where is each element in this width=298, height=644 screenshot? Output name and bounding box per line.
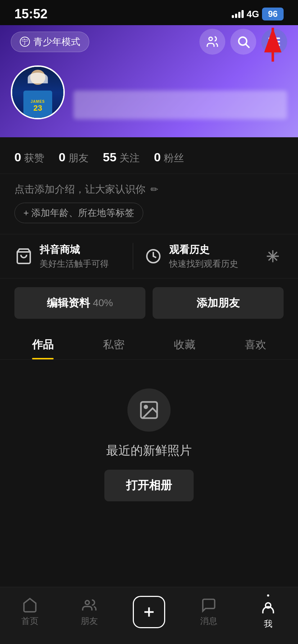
- youth-icon: 宁: [20, 37, 30, 47]
- search-icon-btn[interactable]: [230, 29, 256, 55]
- add-friend-btn[interactable]: 添加朋友: [153, 287, 284, 319]
- nav-friends-label: 朋友: [81, 615, 98, 627]
- edit-profile-btn[interactable]: 编辑资料 40%: [14, 287, 145, 319]
- nav-me-dot: [267, 594, 269, 597]
- open-album-btn[interactable]: 打开相册: [104, 470, 194, 501]
- status-bar: 15:52 4G 96: [0, 0, 298, 25]
- youth-mode-badge[interactable]: 宁 青少年模式: [11, 32, 89, 52]
- nav-home-label: 首页: [21, 615, 39, 627]
- people-icon: [206, 35, 219, 49]
- status-icons: 4G 96: [232, 8, 284, 20]
- menu-icon: [267, 35, 281, 49]
- battery-icon: 96: [262, 8, 284, 20]
- stat-likes-label: 获赞: [24, 151, 44, 165]
- edit-profile-pct: 40%: [93, 297, 113, 309]
- stat-friends-label: 朋友: [68, 151, 89, 165]
- youth-mode-label: 青少年模式: [33, 36, 80, 48]
- nav-messages[interactable]: 消息: [179, 597, 239, 627]
- nav-me-label: 我: [264, 618, 272, 630]
- stat-following: 55 关注: [103, 150, 140, 165]
- empty-title: 最近的新鲜照片: [106, 442, 192, 459]
- signal-icon: [232, 10, 244, 18]
- header-nav: 宁 青少年模式: [0, 25, 298, 62]
- photo-icon: [138, 399, 160, 421]
- network-label: 4G: [247, 9, 259, 20]
- stat-following-label: 关注: [119, 151, 140, 165]
- svg-point-0: [209, 37, 213, 41]
- stat-likes-num: 0: [14, 150, 21, 164]
- status-time: 15:52: [14, 6, 48, 22]
- history-title: 观看历史: [169, 243, 238, 257]
- me-nav-icon: [260, 600, 276, 616]
- tab-collection[interactable]: 收藏: [149, 327, 220, 359]
- bio-placeholder: 点击添加介绍，让大家认识你: [14, 183, 145, 196]
- service-more-icon[interactable]: [262, 249, 284, 263]
- header-icons: [199, 29, 287, 55]
- nav-plus[interactable]: [119, 596, 179, 628]
- stat-fans-num: 0: [154, 150, 161, 164]
- profile-info-row: JAMES 23: [0, 65, 298, 119]
- bottom-nav: 首页 朋友 消息 我: [0, 587, 298, 644]
- tab-works[interactable]: 作品: [7, 327, 78, 359]
- avatar[interactable]: JAMES 23: [11, 65, 65, 119]
- bio-text[interactable]: 点击添加介绍，让大家认识你 ✏: [14, 183, 284, 196]
- services-row: 抖音商城 美好生活触手可得 观看历史 快速找到观看历史: [0, 234, 298, 279]
- svg-point-16: [85, 601, 89, 604]
- home-nav-icon: [22, 597, 38, 613]
- stat-likes: 0 获赞: [14, 150, 44, 165]
- tags-btn-label: + 添加年龄、所在地等标签: [23, 207, 134, 219]
- nav-messages-label: 消息: [200, 615, 217, 627]
- profile-body: 0 获赞 0 朋友 55 关注 0 粉丝 点击添加介绍，让大家认识你 ✏ + 添…: [0, 137, 298, 588]
- stat-fans-label: 粉丝: [164, 151, 184, 165]
- bio-section: 点击添加介绍，让大家认识你 ✏ + 添加年龄、所在地等标签: [0, 174, 298, 227]
- plus-icon: [141, 604, 157, 620]
- stat-friends: 0 朋友: [59, 150, 89, 165]
- avatar-image: JAMES 23: [12, 67, 63, 118]
- nav-plus-btn[interactable]: [133, 596, 165, 628]
- menu-icon-btn[interactable]: [261, 29, 287, 55]
- nav-me[interactable]: 我: [238, 594, 298, 630]
- profile-banner: 宁 青少年模式: [0, 25, 298, 137]
- search-icon: [236, 35, 250, 49]
- action-buttons: 编辑资料 40% 添加朋友: [0, 279, 298, 327]
- stat-friends-num: 0: [59, 150, 66, 164]
- nav-friends[interactable]: 朋友: [60, 597, 119, 627]
- username-blurred: [73, 91, 287, 119]
- history-icon: [144, 247, 163, 266]
- history-service-item[interactable]: 观看历史 快速找到观看历史: [133, 243, 262, 270]
- svg-line-2: [246, 44, 249, 47]
- shop-icon: [14, 247, 33, 266]
- empty-icon-wrap: [127, 388, 171, 432]
- bio-edit-icon[interactable]: ✏: [150, 184, 158, 195]
- friends-icon-btn[interactable]: [199, 29, 225, 55]
- tab-private[interactable]: 私密: [78, 327, 149, 359]
- stat-following-num: 55: [103, 150, 117, 164]
- empty-state: 最近的新鲜照片 打开相册: [0, 360, 298, 516]
- tab-likes[interactable]: 喜欢: [220, 327, 291, 359]
- shop-subtitle: 美好生活触手可得: [40, 258, 109, 270]
- stats-row: 0 获赞 0 朋友 55 关注 0 粉丝: [0, 137, 298, 174]
- friends-nav-icon: [81, 597, 97, 613]
- add-tags-btn[interactable]: + 添加年龄、所在地等标签: [14, 203, 143, 223]
- history-subtitle: 快速找到观看历史: [169, 258, 238, 270]
- messages-nav-icon: [201, 597, 217, 613]
- nav-home[interactable]: 首页: [0, 597, 60, 627]
- stat-fans: 0 粉丝: [154, 150, 184, 165]
- shop-service-item[interactable]: 抖音商城 美好生活触手可得: [14, 243, 133, 270]
- svg-point-15: [145, 406, 148, 409]
- tabs-row: 作品 私密 收藏 喜欢: [0, 327, 298, 360]
- shop-title: 抖音商城: [40, 243, 109, 257]
